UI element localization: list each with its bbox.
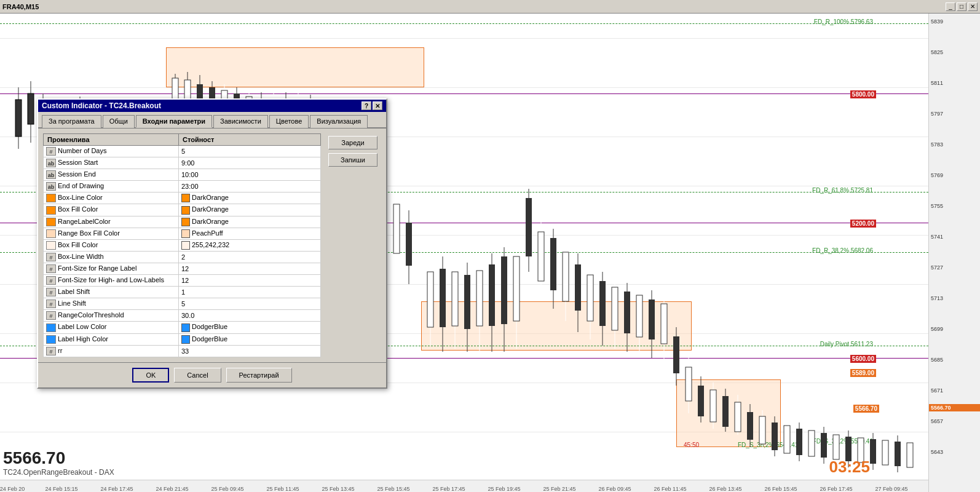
table-row[interactable]: #Line Shift 5: [44, 298, 321, 310]
param-name: Box-Line Color: [44, 192, 179, 204]
table-row[interactable]: Box Fill Color DarkOrange: [44, 204, 321, 216]
modal-overlay: Custom Indicator - TC24.Breakout ? ✕ За …: [0, 0, 980, 492]
cancel-button[interactable]: Cancel: [174, 368, 221, 383]
table-row[interactable]: Label High Color DodgerBlue: [44, 333, 321, 345]
color-swatch: [181, 335, 190, 344]
param-name: RangeLabelColor: [44, 216, 179, 228]
modal-title-buttons: ? ✕: [362, 101, 382, 110]
table-row[interactable]: Range Box Fill Color PeachPuff: [44, 228, 321, 239]
num-icon: #: [46, 147, 56, 156]
tabs-bar: За програмата Общи Входни параметри Зави…: [38, 112, 386, 129]
param-name: abSession Start: [44, 157, 179, 169]
param-value[interactable]: DarkOrange: [179, 216, 321, 228]
param-value[interactable]: DodgerBlue: [179, 322, 321, 333]
param-name: abEnd of Drawing: [44, 181, 179, 192]
restart-button[interactable]: Рестартирай: [226, 368, 292, 383]
table-row[interactable]: RangeLabelColor DarkOrange: [44, 216, 321, 228]
modal-help-button[interactable]: ?: [362, 101, 371, 110]
table-row[interactable]: #rr 33: [44, 345, 321, 357]
param-value[interactable]: 33: [179, 345, 321, 357]
param-value[interactable]: PeachPuff: [179, 228, 321, 239]
chart-container: FRA40,M15 _ □ ✕ ✓ FRA40,M15 5560.20 5571…: [0, 0, 980, 492]
tab-general[interactable]: Общи: [103, 115, 135, 128]
tab-colors[interactable]: Цветове: [269, 115, 309, 128]
color-icon: [46, 229, 56, 238]
color-icon: [46, 323, 56, 332]
modal-footer: OK Cancel Рестартирай: [38, 362, 386, 387]
param-value[interactable]: 255,242,232: [179, 239, 321, 251]
modal-title-bar: Custom Indicator - TC24.Breakout ? ✕: [38, 100, 386, 112]
color-swatch: [181, 229, 190, 238]
table-row[interactable]: #Label Shift 1: [44, 287, 321, 298]
param-name: Range Box Fill Color: [44, 228, 179, 239]
num-icon: #: [46, 311, 56, 320]
param-value[interactable]: 30.0: [179, 310, 321, 322]
num-icon: #: [46, 264, 56, 273]
tab-visualization[interactable]: Визуализация: [310, 115, 368, 128]
table-row[interactable]: abSession End 10:00: [44, 169, 321, 181]
table-row[interactable]: abSession Start 9:00: [44, 157, 321, 169]
param-name: #Number of Days: [44, 146, 179, 157]
table-row[interactable]: abEnd of Drawing 23:00: [44, 181, 321, 192]
table-row[interactable]: #Font-Size for High- and Low-Labels 12: [44, 275, 321, 287]
num-icon: #: [46, 347, 56, 355]
tab-about[interactable]: За програмата: [42, 115, 101, 128]
param-name: #Label Shift: [44, 287, 179, 298]
param-name: Box Fill Color: [44, 239, 179, 251]
param-value[interactable]: DarkOrange: [179, 192, 321, 204]
table-row[interactable]: #Number of Days 5: [44, 146, 321, 157]
color-icon: [46, 335, 56, 344]
param-name: #Font-Size for High- and Low-Labels: [44, 275, 179, 287]
tab-dependencies[interactable]: Зависимости: [213, 115, 268, 128]
param-value[interactable]: DarkOrange: [179, 204, 321, 216]
ab-icon: ab: [46, 159, 56, 167]
param-name: #Box-Line Width: [44, 251, 179, 263]
ok-button[interactable]: OK: [132, 368, 169, 383]
table-row[interactable]: #Font-Size for Range Label 12: [44, 263, 321, 274]
param-value[interactable]: 5: [179, 146, 321, 157]
color-swatch: [181, 241, 190, 250]
param-name: Label High Color: [44, 333, 179, 345]
modal-close-button[interactable]: ✕: [373, 101, 382, 110]
param-name: #rr: [44, 345, 179, 357]
param-value[interactable]: 2: [179, 251, 321, 263]
param-value[interactable]: 1: [179, 287, 321, 298]
save-button[interactable]: Запиши: [328, 153, 377, 167]
num-icon: #: [46, 288, 56, 296]
table-row[interactable]: #Box-Line Width 2: [44, 251, 321, 263]
tab-inputs[interactable]: Входни параметри: [136, 115, 212, 128]
param-name: #RangeColorThreshold: [44, 310, 179, 322]
color-icon: [46, 206, 56, 215]
color-swatch: [181, 194, 190, 202]
color-swatch: [181, 323, 190, 332]
param-name: #Font-Size for Range Label: [44, 263, 179, 274]
side-buttons: Зареди Запиши: [325, 133, 381, 357]
modal-content: Променлива Стойност #Number of Days 5 ab…: [38, 129, 386, 362]
color-icon: [46, 241, 56, 250]
parameters-table: Променлива Стойност #Number of Days 5 ab…: [43, 133, 321, 357]
param-value[interactable]: 12: [179, 275, 321, 287]
param-name: abSession End: [44, 169, 179, 181]
param-value[interactable]: DodgerBlue: [179, 333, 321, 345]
color-swatch: [181, 218, 190, 226]
param-name: #Line Shift: [44, 298, 179, 310]
ab-icon: ab: [46, 170, 56, 179]
table-row[interactable]: Box Fill Color 255,242,232: [44, 239, 321, 251]
num-icon: #: [46, 276, 56, 285]
param-value[interactable]: 12: [179, 263, 321, 274]
table-row[interactable]: Box-Line Color DarkOrange: [44, 192, 321, 204]
table-row[interactable]: Label Low Color DodgerBlue: [44, 322, 321, 333]
color-icon: [46, 194, 56, 202]
table-row[interactable]: #RangeColorThreshold 30.0: [44, 310, 321, 322]
load-button[interactable]: Зареди: [328, 136, 377, 149]
param-value[interactable]: 23:00: [179, 181, 321, 192]
param-value[interactable]: 9:00: [179, 157, 321, 169]
param-value[interactable]: 5: [179, 298, 321, 310]
num-icon: #: [46, 253, 56, 261]
param-value[interactable]: 10:00: [179, 169, 321, 181]
color-icon: [46, 218, 56, 226]
modal-title: Custom Indicator - TC24.Breakout: [42, 101, 161, 110]
col-value: Стойност: [179, 134, 321, 146]
color-swatch: [181, 206, 190, 215]
col-variable: Променлива: [44, 134, 179, 146]
